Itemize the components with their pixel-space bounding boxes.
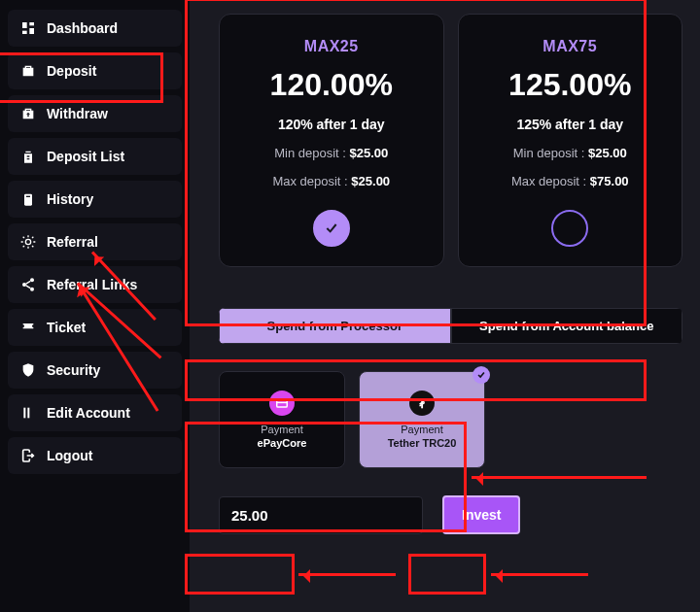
spend-from-processor-button[interactable]: Spend from Processor: [219, 308, 451, 344]
plan-percent: 125.00%: [508, 67, 631, 103]
logout-icon: [19, 447, 37, 464]
amount-input[interactable]: [219, 496, 423, 534]
svg-point-8: [22, 283, 26, 287]
ticket-icon: [19, 319, 37, 336]
annotation-arrow: [472, 476, 647, 479]
spend-from-toggle: Spend from Processor Spend from Account …: [219, 308, 682, 344]
plan-after: 120% after 1 day: [278, 117, 385, 132]
check-icon: [472, 366, 490, 384]
plan-percent: 120.00%: [270, 67, 393, 103]
annotation-arrow: [298, 573, 396, 576]
plan-max: Max deposit : $25.00: [272, 174, 390, 188]
withdraw-icon: [19, 105, 37, 122]
processor-label: Payment: [401, 424, 442, 435]
svg-rect-1: [29, 22, 34, 25]
sidebar-item-withdraw[interactable]: Withdraw: [8, 95, 182, 132]
svg-point-9: [30, 288, 34, 291]
shield-icon: [19, 361, 37, 379]
sidebar-item-referral[interactable]: Referral: [8, 223, 182, 260]
sidebar-item-deposit-list[interactable]: Deposit List: [8, 138, 182, 175]
processor-epaycore[interactable]: Payment ePayCore: [219, 371, 345, 468]
edit-icon: [19, 404, 37, 422]
deposit-icon: [19, 62, 37, 80]
sidebar-item-label: Deposit: [47, 63, 96, 79]
plan-name: MAX25: [304, 38, 359, 55]
plan-select-radio[interactable]: [313, 210, 350, 247]
sidebar-item-referral-links[interactable]: Referral Links: [8, 266, 182, 303]
tether-icon: ₮: [409, 391, 435, 416]
sidebar: Dashboard Deposit Withdraw Deposit List …: [0, 0, 190, 612]
plan-card-max25[interactable]: MAX25 120.00% 120% after 1 day Min depos…: [219, 14, 444, 267]
plan-card-max75[interactable]: MAX75 125.00% 125% after 1 day Min depos…: [458, 14, 683, 267]
svg-rect-5: [26, 196, 30, 197]
sidebar-item-label: Referral: [47, 234, 98, 250]
sidebar-item-security[interactable]: Security: [8, 352, 182, 389]
processors-row: Payment ePayCore ₮ Payment Tether TRC20: [219, 371, 682, 468]
plan-select-radio[interactable]: [551, 210, 588, 247]
svg-point-7: [30, 278, 34, 282]
svg-rect-11: [27, 408, 29, 419]
sidebar-item-ticket[interactable]: Ticket: [8, 309, 182, 346]
sidebar-item-label: Ticket: [47, 320, 86, 335]
annotation-box: [408, 554, 486, 595]
processor-name: Tether TRC20: [388, 437, 457, 449]
sidebar-item-label: Withdraw: [47, 106, 108, 121]
svg-rect-4: [24, 194, 32, 206]
sidebar-item-label: Edit Account: [47, 405, 130, 421]
annotation-arrow: [491, 573, 588, 576]
svg-rect-10: [23, 408, 25, 419]
plan-name: MAX75: [542, 38, 597, 55]
sidebar-item-logout[interactable]: Logout: [8, 437, 182, 474]
main-content: MAX25 120.00% 120% after 1 day Min depos…: [190, 0, 700, 612]
sidebar-item-label: Deposit List: [47, 149, 124, 164]
svg-rect-3: [22, 31, 27, 34]
plan-after: 125% after 1 day: [516, 117, 623, 132]
dashboard-icon: [19, 19, 37, 37]
invest-button[interactable]: Invest: [442, 495, 520, 534]
sidebar-item-history[interactable]: History: [8, 181, 182, 218]
svg-rect-0: [22, 22, 27, 28]
sidebar-item-edit-account[interactable]: Edit Account: [8, 394, 182, 431]
sidebar-item-label: Dashboard: [47, 20, 118, 36]
sidebar-item-label: Referral Links: [47, 277, 137, 292]
plan-min: Min deposit : $25.00: [274, 146, 388, 160]
svg-rect-2: [29, 28, 34, 34]
epaycore-icon: [269, 391, 295, 416]
plan-max: Max deposit : $75.00: [511, 174, 629, 188]
processor-tether[interactable]: ₮ Payment Tether TRC20: [359, 371, 485, 468]
share-icon: [19, 276, 37, 293]
sidebar-item-dashboard[interactable]: Dashboard: [8, 10, 182, 47]
annotation-box: [185, 554, 295, 595]
svg-rect-12: [277, 400, 288, 407]
plans-row: MAX25 120.00% 120% after 1 day Min depos…: [219, 14, 682, 267]
spend-from-balance-button[interactable]: Spend from Account balance: [451, 308, 683, 344]
sidebar-item-label: Logout: [47, 448, 92, 463]
referral-icon: [19, 233, 37, 251]
sidebar-item-deposit[interactable]: Deposit: [8, 52, 182, 89]
plan-min: Min deposit : $25.00: [513, 146, 627, 160]
history-icon: [19, 190, 37, 208]
sidebar-item-label: Security: [47, 362, 100, 378]
sidebar-item-label: History: [47, 191, 93, 207]
svg-point-6: [25, 239, 30, 244]
invest-row: Invest: [219, 495, 682, 534]
processor-name: ePayCore: [258, 437, 307, 449]
processor-label: Payment: [261, 424, 302, 435]
list-icon: [19, 148, 37, 165]
